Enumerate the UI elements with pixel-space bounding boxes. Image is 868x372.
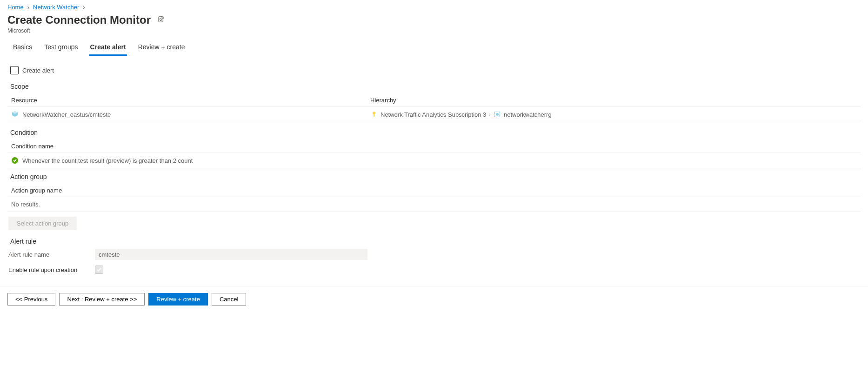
column-header-condition-name: Condition name [11, 143, 53, 150]
resource-group-icon [494, 111, 501, 118]
svg-rect-2 [374, 114, 374, 117]
column-header-resource: Resource [11, 97, 370, 104]
breadcrumb: Home › Network Watcher › [7, 4, 861, 11]
create-alert-checkbox-label: Create alert [22, 67, 54, 74]
key-icon [370, 111, 378, 118]
condition-text: Whenever the count test result (preview)… [22, 157, 193, 164]
alert-rule-name-input[interactable] [95, 249, 367, 260]
enable-rule-checkbox[interactable] [95, 266, 103, 274]
review-create-button[interactable]: Review + create [148, 293, 208, 306]
enable-rule-label: Enable rule upon creation [7, 266, 95, 273]
select-action-group-button[interactable]: Select action group [8, 217, 77, 230]
page-title: Create Connection Monitor [7, 13, 151, 27]
scope-row: NetworkWatcher_eastus/cmteste Network Tr… [7, 107, 861, 122]
previous-button[interactable]: << Previous [7, 293, 55, 306]
tab-basics[interactable]: Basics [12, 40, 33, 56]
next-button[interactable]: Next : Review + create >> [59, 293, 145, 306]
chevron-right-icon: › [83, 4, 85, 11]
checkmark-circle-icon [11, 157, 19, 164]
alert-rule-name-label: Alert rule name [7, 251, 95, 258]
tab-create-alert[interactable]: Create alert [89, 40, 127, 56]
scope-hierarchy-subscription: Network Traffic Analytics Subscription 3 [381, 111, 486, 118]
column-header-action-group-name: Action group name [11, 187, 62, 194]
scope-header: Resource Hierarchy [7, 94, 861, 107]
resource-icon [11, 111, 19, 118]
pin-icon[interactable] [157, 16, 164, 24]
action-group-row: No results. [7, 197, 861, 212]
scope-hierarchy-rg: networkwatcherrg [504, 111, 552, 118]
scope-label: Scope [10, 83, 861, 90]
chevron-right-icon: › [489, 112, 491, 117]
scope-resource-value: NetworkWatcher_eastus/cmteste [22, 111, 111, 118]
breadcrumb-network-watcher[interactable]: Network Watcher [33, 4, 79, 11]
alert-rule-label: Alert rule [10, 238, 861, 245]
action-group-header: Action group name [7, 184, 861, 197]
column-header-hierarchy: Hierarchy [370, 97, 861, 104]
page-subtitle: Microsoft [7, 27, 861, 34]
action-group-empty: No results. [11, 201, 40, 208]
footer: << Previous Next : Review + create >> Re… [0, 286, 868, 312]
chevron-right-icon: › [27, 4, 29, 11]
tab-test-groups[interactable]: Test groups [43, 40, 79, 56]
condition-header: Condition name [7, 140, 861, 153]
breadcrumb-home[interactable]: Home [7, 4, 24, 11]
tabs: Basics Test groups Create alert Review +… [7, 40, 861, 56]
action-group-label: Action group [10, 173, 861, 180]
tab-review-create[interactable]: Review + create [137, 40, 186, 56]
cancel-button[interactable]: Cancel [212, 293, 246, 306]
condition-label: Condition [10, 129, 861, 136]
create-alert-checkbox[interactable] [10, 66, 19, 74]
condition-row: Whenever the count test result (preview)… [7, 153, 861, 168]
